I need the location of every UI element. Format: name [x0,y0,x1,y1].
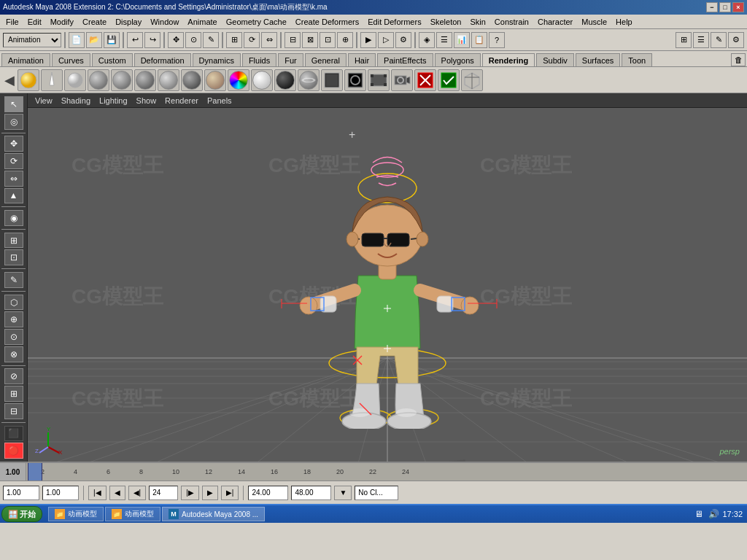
bottom-1[interactable]: ⬛ [4,426,23,442]
render-settings-btn[interactable]: ⚙ [395,32,411,48]
snap-grid-btn[interactable]: ⊟ [285,32,301,48]
step-fwd-btn[interactable]: ▶ [202,486,218,500]
shelf-sphere-dark[interactable] [181,69,203,91]
menu-muscle[interactable]: Muscle [577,16,611,28]
menu-edit-deformers[interactable]: Edit Deformers [363,16,425,28]
shelf-point-light[interactable] [64,69,86,91]
snap-view-btn[interactable]: ⊕ [337,32,353,48]
tab-painteffects[interactable]: PaintEffects [377,53,433,66]
shelf-sphere-black[interactable] [274,69,296,91]
range-start-field[interactable]: 24.00 [248,486,288,500]
shelf-sphere-ring[interactable] [298,69,320,91]
move-tool-btn[interactable]: ✥ [4,136,23,152]
menu-display[interactable]: Display [111,16,146,28]
menu-character[interactable]: Character [533,16,577,28]
tab-hair[interactable]: Hair [348,53,376,66]
timeline-playhead[interactable] [28,462,42,481]
ipr-btn[interactable]: ▷ [378,32,394,48]
tab-general[interactable]: General [305,53,347,66]
maximize-button[interactable]: □ [719,2,731,12]
tab-toon[interactable]: Toon [622,53,652,66]
prev-key-btn[interactable]: ◀| [128,486,147,500]
taskbar-item-maya[interactable]: M Autodesk Maya 2008 ... [162,507,265,521]
range-select-btn[interactable]: ▼ [334,486,352,500]
viewport[interactable]: View Shading Lighting Show Renderer Pane… [28,93,747,462]
animation-preset-select[interactable]: Animation Polygons Surfaces Rendering Dy… [3,33,61,47]
go-start-btn[interactable]: |◀ [88,486,107,500]
menu-help[interactable]: Help [611,16,637,28]
dope-sheet-btn[interactable]: 📋 [471,32,487,48]
go-end-btn[interactable]: ▶| [221,486,239,500]
menu-edit[interactable]: Edit [23,16,46,28]
show-manip-btn[interactable]: ⊞ [4,233,23,249]
menu-geometry-cache[interactable]: Geometry Cache [222,16,291,28]
scale-btn[interactable]: ⇔ [261,32,277,48]
tab-animation[interactable]: Animation [1,53,50,66]
vp-show[interactable]: Show [132,95,161,106]
grid-tool-1[interactable]: ⊘ [4,368,23,384]
lasso-btn[interactable]: ⊙ [185,32,201,48]
select-tool-btn[interactable]: ↖ [4,96,23,112]
attr-editor-btn[interactable]: ✎ [711,32,727,48]
universal-tool-btn[interactable]: ▲ [4,188,23,204]
hypershade-btn[interactable]: ◈ [419,32,435,48]
tab-curves[interactable]: Curves [52,53,90,66]
menu-skin[interactable]: Skin [465,16,489,28]
vp-panels[interactable]: Panels [203,95,236,106]
grid-tool-3[interactable]: ⊟ [4,403,23,419]
shelf-left-arrow[interactable]: ◀ [3,71,16,90]
shelf-sphere-gray2[interactable] [111,69,133,91]
vp-shading[interactable]: Shading [57,95,95,106]
history-btn[interactable]: ✎ [4,272,23,288]
menu-animate[interactable]: Animate [183,16,221,28]
shelf-render-icon2[interactable] [344,69,366,91]
tab-fur[interactable]: Fur [278,53,303,66]
menu-create[interactable]: Create [78,16,111,28]
undo-btn[interactable]: ↩ [127,32,143,48]
current-frame-field[interactable]: 1.00 [3,486,39,500]
render-btn[interactable]: ▶ [360,32,376,48]
tab-dynamics[interactable]: Dynamics [193,53,241,66]
grid-tool-2[interactable]: ⊞ [4,386,23,402]
shelf-directional-light[interactable] [41,69,63,91]
tool-settings-btn[interactable]: ⚙ [728,32,744,48]
tab-trash-btn[interactable]: 🗑 [731,53,746,66]
next-key-btn[interactable]: |▶ [181,486,199,500]
no-clip-field[interactable]: No Cl... [355,486,398,500]
shelf-icon-camera[interactable] [391,69,413,91]
frame-display-field[interactable]: 24 [149,486,178,500]
paint-btn[interactable]: ✎ [203,32,219,48]
render-region-btn[interactable]: ⬡ [4,295,23,311]
bottom-2[interactable]: 🔴 [4,443,23,459]
save-scene-btn[interactable]: 💾 [104,32,120,48]
tab-polygons[interactable]: Polygons [435,53,481,66]
new-scene-btn[interactable]: 📄 [69,32,85,48]
taskbar-item-2[interactable]: 📁 动画模型 [105,507,160,521]
ui-elements-btn[interactable]: ⊞ [676,32,692,48]
tab-custom[interactable]: Custom [92,53,133,66]
camera-btn[interactable]: ⊕ [4,311,23,327]
frame-value-field[interactable]: 1.00 [42,486,79,500]
shelf-icon-check[interactable] [438,69,460,91]
paint-select-btn[interactable]: ◎ [4,114,23,130]
menu-constrain[interactable]: Constrain [490,16,533,28]
shelf-sphere-warm[interactable] [204,69,226,91]
vp-renderer[interactable]: Renderer [160,95,203,106]
shelf-sun[interactable] [18,69,39,91]
snap-curve-btn[interactable]: ⊠ [302,32,318,48]
tab-surfaces[interactable]: Surfaces [576,53,620,66]
tab-rendering[interactable]: Rendering [482,53,535,66]
menu-create-deformers[interactable]: Create Deformers [291,16,363,28]
tab-subdiv[interactable]: Subdiv [536,53,574,66]
close-button[interactable]: × [732,2,744,12]
shelf-icon-x[interactable] [414,69,436,91]
tab-deformation[interactable]: Deformation [134,53,191,66]
shelf-render-icon1[interactable] [321,69,343,91]
ik-btn[interactable]: ⊗ [4,346,23,362]
step-back-btn[interactable]: ◀ [109,486,125,500]
shelf-sphere-color[interactable] [228,69,249,91]
shelf-icon-film[interactable] [368,69,390,91]
scale-tool-btn[interactable]: ⇔ [4,171,23,187]
transform-btn[interactable]: ⊞ [226,32,242,48]
redo-btn[interactable]: ↪ [144,32,160,48]
